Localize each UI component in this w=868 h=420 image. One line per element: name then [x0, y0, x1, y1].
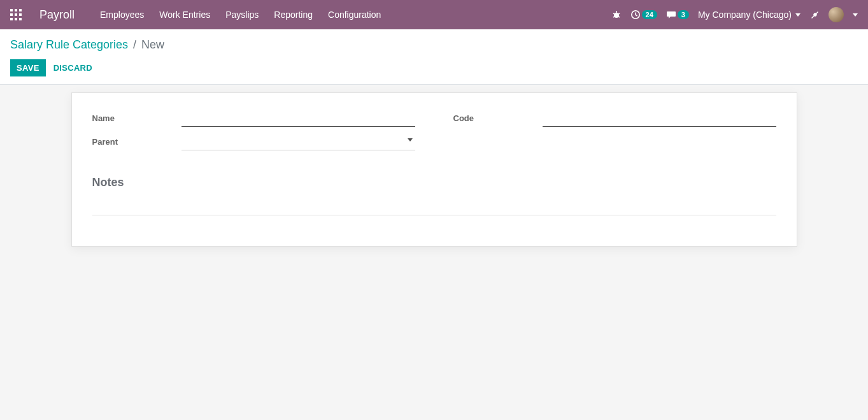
menu-employees[interactable]: Employees	[100, 10, 144, 20]
messages-badge: 3	[678, 10, 689, 19]
avatar[interactable]	[829, 7, 844, 22]
code-label: Code	[453, 111, 543, 123]
breadcrumb-separator: /	[133, 38, 136, 52]
breadcrumb-parent[interactable]: Salary Rule Categories	[10, 38, 128, 52]
main-menu: Employees Work Entries Payslips Reportin…	[100, 10, 381, 20]
form-area: Name Parent Code Notes	[0, 85, 868, 247]
svg-point-0	[614, 13, 619, 18]
activities-badge: 24	[642, 10, 657, 19]
bug-icon[interactable]	[611, 10, 622, 20]
control-panel: Salary Rule Categories / New Save Discar…	[0, 29, 868, 85]
menu-reporting[interactable]: Reporting	[274, 10, 313, 20]
nav-right: 24 3 My Company (Chicago)	[611, 7, 858, 22]
svg-line-3	[618, 13, 620, 14]
code-input[interactable]	[543, 111, 776, 127]
parent-input[interactable]	[181, 134, 415, 150]
breadcrumb-current: New	[141, 38, 164, 52]
parent-label: Parent	[92, 134, 181, 147]
name-input[interactable]	[181, 111, 415, 127]
svg-line-5	[618, 17, 620, 17]
notes-separator	[92, 215, 776, 215]
top-nav: Payroll Employees Work Entries Payslips …	[0, 0, 868, 29]
notes-heading: Notes	[92, 176, 776, 189]
menu-work-entries[interactable]: Work Entries	[159, 10, 210, 20]
company-switcher[interactable]: My Company (Chicago)	[698, 10, 800, 20]
control-buttons: Save Discard	[10, 59, 858, 76]
company-name: My Company (Chicago)	[698, 10, 792, 20]
svg-line-4	[613, 17, 615, 17]
menu-payslips[interactable]: Payslips	[225, 10, 259, 20]
debug-tools-icon[interactable]	[809, 10, 820, 20]
discard-button[interactable]: Discard	[53, 63, 92, 73]
app-title[interactable]: Payroll	[39, 8, 75, 22]
svg-line-2	[613, 13, 615, 14]
messages-icon[interactable]: 3	[666, 10, 689, 20]
activities-icon[interactable]: 24	[630, 10, 657, 20]
breadcrumb: Salary Rule Categories / New	[10, 38, 858, 52]
form-sheet: Name Parent Code Notes	[71, 92, 797, 247]
user-menu-caret-icon[interactable]	[853, 13, 858, 17]
chevron-down-icon	[795, 13, 800, 17]
menu-configuration[interactable]: Configuration	[328, 10, 381, 20]
name-label: Name	[92, 111, 181, 123]
save-button[interactable]: Save	[10, 59, 46, 76]
apps-icon[interactable]	[10, 9, 22, 20]
